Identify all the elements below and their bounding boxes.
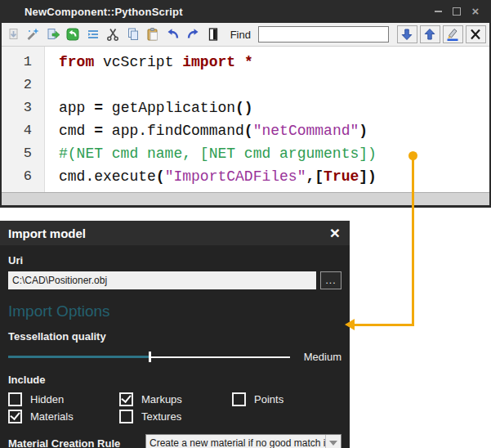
undo-icon[interactable] bbox=[165, 26, 181, 43]
material-rule-dropdown[interactable]: Create a new material if no good match i… bbox=[145, 434, 341, 448]
code-line: app = getApplication() bbox=[59, 96, 489, 119]
unchecked-checkbox-icon[interactable] bbox=[8, 392, 22, 406]
dialog-close-button[interactable]: × bbox=[330, 222, 350, 244]
arrow-up-icon bbox=[422, 27, 437, 42]
checkbox-label: Materials bbox=[30, 410, 74, 423]
script-wizard-icon[interactable] bbox=[25, 26, 42, 43]
arrow-down-icon bbox=[399, 27, 414, 42]
checkbox-label: Hidden bbox=[30, 393, 64, 405]
slider-track bbox=[150, 356, 291, 358]
checkmark-icon bbox=[121, 392, 131, 403]
browse-button[interactable]: ... bbox=[320, 271, 341, 289]
code-line: from vcScript import * bbox=[59, 51, 489, 74]
slider-fill bbox=[8, 356, 150, 358]
code-lines[interactable]: from vcScript import * app = getApplicat… bbox=[45, 47, 489, 192]
uri-input[interactable] bbox=[8, 271, 316, 289]
code-line: #(NET cmd name, [NET cmd arguments]) bbox=[59, 142, 489, 165]
clear-find-button[interactable] bbox=[466, 25, 486, 43]
code-editor[interactable]: 123456 from vcScript import * app = getA… bbox=[2, 47, 489, 192]
screenshot-root: NewComponent::PythonScript × bbox=[0, 0, 491, 448]
material-rule-row: Material Creation Rule Create a new mate… bbox=[8, 434, 341, 448]
include-label: Include bbox=[8, 374, 341, 386]
checkbox-textures[interactable]: Textures bbox=[119, 409, 232, 423]
checkmark-icon bbox=[10, 410, 20, 420]
clear-x-icon bbox=[468, 27, 483, 42]
editor-titlebar[interactable]: NewComponent::PythonScript × bbox=[0, 0, 491, 23]
checkbox-label: Points bbox=[254, 393, 283, 405]
code-line: cmd.execute("ImportCADFiles",[True]) bbox=[59, 165, 489, 188]
checkbox-materials[interactable]: Materials bbox=[8, 409, 119, 423]
tessellation-slider[interactable] bbox=[8, 351, 290, 363]
maximize-button[interactable] bbox=[451, 6, 462, 17]
indent-icon[interactable] bbox=[85, 26, 101, 43]
uri-label: Uri bbox=[8, 254, 341, 267]
code-line bbox=[59, 74, 489, 96]
code-line: cmd = app.findCommand("netCommand") bbox=[59, 119, 489, 142]
checked-checkbox-icon[interactable] bbox=[119, 392, 133, 406]
close-icon: × bbox=[472, 6, 480, 17]
checked-checkbox-icon[interactable] bbox=[8, 410, 22, 423]
checkbox-points[interactable]: Points bbox=[232, 392, 341, 406]
window-controls: × bbox=[432, 6, 491, 17]
editor-statusbar bbox=[2, 192, 489, 205]
material-creation-rule-label: Material Creation Rule bbox=[8, 437, 145, 448]
export-script-icon[interactable] bbox=[45, 26, 61, 43]
unchecked-checkbox-icon[interactable] bbox=[119, 410, 133, 423]
minimize-button[interactable] bbox=[432, 6, 444, 17]
chevron-down-icon bbox=[325, 435, 341, 448]
editor-toolbar: Find bbox=[2, 23, 489, 47]
checkbox-label: Textures bbox=[141, 410, 181, 423]
tessellation-value: Medium bbox=[304, 351, 341, 363]
import-script-icon[interactable] bbox=[5, 26, 21, 43]
line-number: 5 bbox=[2, 142, 44, 165]
cut-icon[interactable] bbox=[105, 26, 122, 43]
tessellation-slider-row: Medium bbox=[8, 351, 341, 363]
highlight-matches-button[interactable] bbox=[443, 25, 463, 43]
uri-row: ... bbox=[8, 271, 341, 289]
material-rule-value: Create a new material if no good match i… bbox=[146, 437, 325, 448]
line-number: 1 bbox=[2, 51, 44, 74]
copy-icon[interactable] bbox=[125, 26, 141, 43]
line-number-gutter: 123456 bbox=[2, 47, 45, 192]
find-buttons bbox=[397, 25, 486, 43]
find-input[interactable] bbox=[258, 26, 389, 43]
find-next-button[interactable] bbox=[397, 25, 417, 43]
line-number: 6 bbox=[2, 165, 44, 188]
import-model-dialog: Import model × Uri ... Import Options Te… bbox=[0, 221, 350, 448]
new-page-icon[interactable] bbox=[205, 26, 221, 43]
import-options-heading: Import Options bbox=[8, 302, 341, 320]
connector-horizontal-line bbox=[354, 324, 414, 326]
checkbox-markups[interactable]: Markups bbox=[119, 392, 232, 406]
connector-vertical-line bbox=[412, 156, 414, 325]
close-button[interactable]: × bbox=[470, 6, 481, 17]
checkbox-hidden[interactable]: Hidden bbox=[8, 392, 119, 406]
dialog-title: Import model bbox=[0, 226, 86, 240]
line-number: 3 bbox=[2, 96, 44, 119]
redo-icon[interactable] bbox=[185, 26, 202, 43]
highlighter-icon bbox=[445, 27, 460, 42]
editor-title: NewComponent::PythonScript bbox=[0, 6, 183, 18]
find-label: Find bbox=[230, 29, 251, 41]
minimize-icon bbox=[435, 11, 442, 12]
checkbox-label: Markups bbox=[141, 393, 182, 405]
python-editor-window: NewComponent::PythonScript × bbox=[0, 0, 491, 208]
dialog-header[interactable]: Import model × bbox=[0, 221, 350, 245]
include-checkbox-grid: HiddenMarkupsPointsMaterialsTextures bbox=[8, 392, 341, 423]
connector-arrowhead-icon bbox=[345, 319, 355, 330]
dialog-body: Uri ... Import Options Tessellation qual… bbox=[0, 254, 350, 448]
unchecked-checkbox-icon[interactable] bbox=[232, 392, 246, 406]
paste-icon[interactable] bbox=[145, 26, 162, 43]
tessellation-quality-label: Tessellation quality bbox=[8, 330, 341, 343]
find-previous-button[interactable] bbox=[420, 25, 440, 43]
line-number: 2 bbox=[2, 74, 44, 96]
revert-script-icon[interactable] bbox=[65, 26, 82, 43]
slider-thumb[interactable] bbox=[149, 352, 151, 362]
line-number: 4 bbox=[2, 119, 44, 142]
maximize-icon bbox=[453, 7, 461, 16]
